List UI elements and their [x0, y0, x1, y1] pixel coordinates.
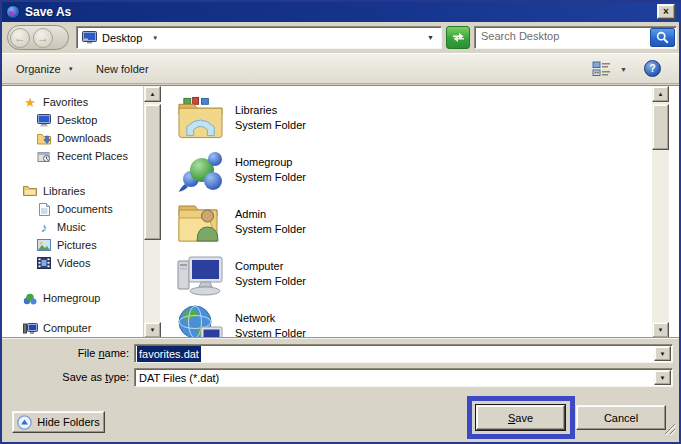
navigation-bar: ← → Desktop ▼ ▼ Search Desktop — [2, 22, 679, 53]
title-bar[interactable]: ▶ Save As × — [2, 2, 679, 22]
views-dropdown-icon[interactable]: ▼ — [620, 66, 627, 73]
sidebar-item-label: Downloads — [57, 132, 111, 144]
downloads-folder-icon — [36, 131, 52, 145]
views-icon[interactable] — [592, 61, 611, 81]
resize-grip[interactable] — [663, 421, 676, 439]
file-name-label: File name: — [2, 344, 129, 363]
back-button[interactable]: ← — [10, 28, 30, 48]
address-bar[interactable]: Desktop ▼ ▼ — [76, 26, 442, 49]
sidebar-scrollbar[interactable]: ▲ ▼ — [143, 86, 160, 338]
command-toolbar: Organize ▼ New folder ▼ ? — [2, 53, 679, 84]
app-icon: ▶ — [6, 5, 20, 19]
sidebar-item-label: Videos — [57, 257, 90, 269]
address-chevron-icon[interactable]: ▼ — [152, 35, 158, 41]
file-name-value: favorites.dat — [137, 346, 201, 362]
sidebar-item-pictures[interactable]: Pictures — [36, 237, 97, 253]
user-folder-icon — [177, 199, 224, 245]
file-list-scrollbar[interactable]: ▲ ▼ — [652, 86, 669, 338]
file-item-name: Computer — [235, 259, 306, 274]
sidebar-item-label: Libraries — [43, 185, 85, 197]
file-list-item-computer[interactable]: Computer System Folder — [164, 250, 652, 298]
help-icon[interactable]: ? — [644, 60, 661, 77]
picture-icon — [36, 238, 52, 252]
sidebar-item-documents[interactable]: Documents — [36, 201, 113, 217]
window-title: Save As — [25, 5, 71, 19]
sidebar-item-homegroup[interactable]: Homegroup — [22, 290, 100, 306]
sidebar-item-label: Music — [57, 221, 86, 233]
file-list-item-admin[interactable]: Admin System Folder — [164, 198, 652, 246]
file-list-item-homegroup[interactable]: Homegroup System Folder — [164, 146, 652, 194]
address-location: Desktop — [102, 32, 142, 44]
save-button[interactable]: Save — [476, 405, 565, 430]
libraries-folder-icon — [177, 95, 224, 141]
dialog-footer: File name: favorites.dat ▼ Save as type:… — [2, 337, 679, 442]
scroll-down-icon[interactable]: ▼ — [144, 322, 161, 338]
organize-menu[interactable]: Organize ▼ — [10, 54, 80, 83]
dialog-body: ★ Favorites Desktop Downloads Recent Pla… — [2, 85, 679, 337]
monitor-icon — [36, 113, 52, 127]
sidebar-item-label: Desktop — [57, 114, 97, 126]
file-item-type: System Folder — [235, 118, 306, 133]
search-placeholder: Search Desktop — [481, 30, 559, 42]
homegroup-icon — [22, 291, 38, 305]
save-as-type-value: DAT Files (*.dat) — [137, 370, 221, 386]
network-globe-icon — [177, 303, 224, 338]
close-button[interactable]: × — [657, 4, 675, 19]
file-name-dropdown-button[interactable]: ▼ — [654, 346, 671, 361]
sidebar-item-desktop[interactable]: Desktop — [36, 112, 97, 128]
film-icon — [36, 256, 52, 270]
save-as-type-select[interactable]: DAT Files (*.dat) ▼ — [134, 368, 673, 387]
scroll-down-icon[interactable]: ▼ — [652, 322, 669, 338]
search-button[interactable] — [650, 28, 675, 47]
file-list: Libraries System Folder — [164, 86, 652, 338]
cancel-button[interactable]: Cancel — [576, 405, 666, 430]
file-list-item-network[interactable]: Network System Folder — [164, 302, 652, 338]
desktop-icon — [81, 31, 97, 45]
star-icon: ★ — [22, 95, 38, 109]
sidebar-item-videos[interactable]: Videos — [36, 255, 90, 271]
search-icon — [656, 31, 669, 44]
sidebar-item-label: Computer — [43, 322, 91, 334]
file-item-name: Network — [235, 311, 306, 326]
sidebar-scroll-thumb[interactable] — [144, 104, 161, 240]
file-item-type: System Folder — [235, 274, 306, 289]
recent-places-icon — [36, 149, 52, 163]
music-note-icon: ♪ — [36, 220, 52, 234]
save-as-dialog: ▶ Save As × ← → Desktop ▼ ▼ Search Deskt… — [0, 0, 681, 444]
file-item-type: System Folder — [235, 170, 306, 185]
sidebar-item-label: Recent Places — [57, 150, 128, 162]
computer-icon — [22, 321, 38, 335]
save-as-type-label: Save as type: — [2, 368, 129, 387]
refresh-arrows-icon — [451, 31, 466, 44]
refresh-button[interactable] — [446, 26, 470, 49]
organize-dropdown-icon: ▼ — [68, 66, 74, 72]
new-folder-button[interactable]: New folder — [90, 54, 155, 83]
scroll-up-icon[interactable]: ▲ — [144, 86, 161, 102]
sidebar-item-favorites[interactable]: ★ Favorites — [22, 94, 88, 110]
forward-button[interactable]: → — [33, 28, 53, 48]
collapse-arrow-icon — [17, 415, 32, 430]
search-box[interactable]: Search Desktop — [474, 26, 677, 49]
sidebar-item-downloads[interactable]: Downloads — [36, 130, 111, 146]
save-as-type-dropdown-button[interactable]: ▼ — [654, 370, 671, 385]
navigation-pane: ★ Favorites Desktop Downloads Recent Pla… — [2, 86, 143, 338]
sidebar-item-music[interactable]: ♪ Music — [36, 219, 86, 235]
file-item-name: Homegroup — [235, 155, 306, 170]
sidebar-item-recent-places[interactable]: Recent Places — [36, 148, 128, 164]
sidebar-item-computer[interactable]: Computer — [22, 320, 91, 336]
address-dropdown-icon[interactable]: ▼ — [427, 34, 434, 41]
sidebar-item-libraries[interactable]: Libraries — [22, 183, 85, 199]
file-item-type: System Folder — [235, 222, 306, 237]
sidebar-item-label: Pictures — [57, 239, 97, 251]
file-list-scroll-thumb[interactable] — [652, 104, 669, 150]
file-name-input[interactable]: favorites.dat ▼ — [134, 344, 673, 363]
file-list-item-libraries[interactable]: Libraries System Folder — [164, 94, 652, 142]
document-icon — [36, 202, 52, 216]
file-item-name: Admin — [235, 207, 306, 222]
scroll-up-icon[interactable]: ▲ — [652, 86, 669, 102]
sidebar-item-label: Favorites — [43, 96, 88, 108]
libraries-folder-icon — [22, 184, 38, 198]
computer-icon-large — [177, 251, 224, 297]
history-buttons: ← → — [7, 25, 69, 50]
hide-folders-button[interactable]: Hide Folders — [12, 411, 105, 433]
